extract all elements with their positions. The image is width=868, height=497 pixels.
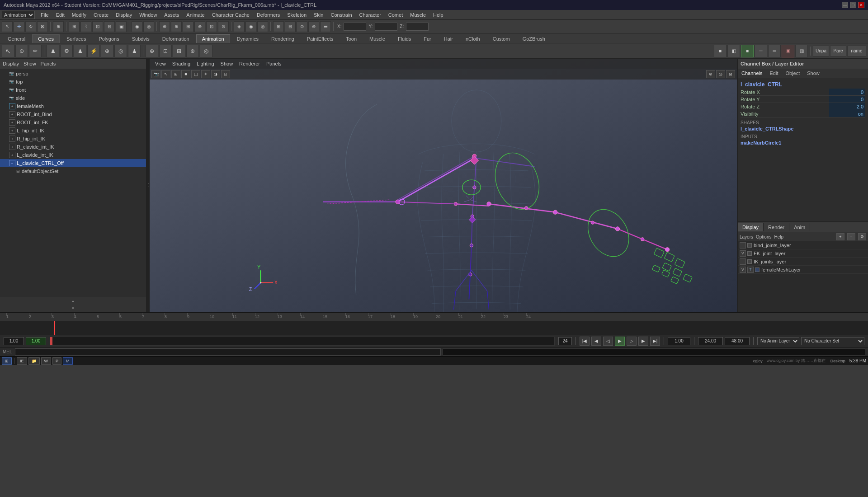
rotate-tool-btn[interactable]: ↻ [25,21,36,32]
tab-curves[interactable]: Curves [32,34,60,43]
menu-edit[interactable]: Edit [53,11,68,19]
layer-vis-btn-femalemesh[interactable]: V [740,267,746,273]
menu-deformers[interactable]: Deformers [254,11,283,19]
skel-btn5[interactable]: ⊕ [101,45,113,57]
outliner-item-front[interactable]: 📷 front [0,86,146,94]
tick-17[interactable]: 17 [368,314,391,319]
misc-btn5[interactable]: ☰ [320,21,331,32]
le-del-layer-btn[interactable]: − [847,233,855,240]
misc-btn3[interactable]: ⊙ [297,21,307,32]
character-set-select[interactable]: No Character Set [801,337,864,345]
tick-3[interactable]: 3 [52,314,74,319]
outliner-item-l-clavide-ik[interactable]: + L_clavide_int_IK [0,151,146,159]
snap-point-btn[interactable]: ⊡ [92,21,103,32]
z-input[interactable] [406,23,429,31]
tick-12[interactable]: 12 [255,314,278,319]
tick-5[interactable]: 5 [97,314,119,319]
menu-create[interactable]: Create [90,11,112,19]
tick-13[interactable]: 13 [278,314,300,319]
panel-scroll-down[interactable]: ▼ [0,305,146,312]
tab-subdvis[interactable]: Subdvis [126,34,156,43]
tab-surfaces[interactable]: Surfaces [61,34,92,43]
vp-tex-btn[interactable]: ◫ [191,70,200,78]
tab-dynamics[interactable]: Dynamics [231,34,264,43]
menu-help[interactable]: Help [430,11,447,19]
menu-character-cache[interactable]: Character Cache [209,11,253,19]
skel-btn7[interactable]: ♟ [128,45,141,57]
tick-2[interactable]: 2 [29,314,52,319]
le-subtab-layers[interactable]: Layers [740,234,753,239]
vp-menu-view[interactable]: View [152,60,169,67]
render-region-btn[interactable]: ◎ [143,21,154,32]
minimize-button[interactable]: — [842,2,848,8]
tick-21[interactable]: 21 [458,314,481,319]
le-subtab-options[interactable]: Options [756,234,771,239]
tick-6[interactable]: 6 [119,314,142,319]
le-new-layer-btn[interactable]: + [836,233,844,240]
cb-val-rotateZ[interactable]: 2.0 [829,103,865,110]
menu-animate[interactable]: Animate [183,11,208,19]
tab-painteffects[interactable]: PaintEffects [301,34,340,43]
panel-scroll-up[interactable]: ▲ [0,297,146,305]
taskbar-photoshop[interactable]: P [52,357,61,365]
snap-btn-r7[interactable]: ▥ [795,45,808,57]
tab-hair[interactable]: Hair [438,34,459,43]
skip-fwd-btn[interactable]: ▶| [650,337,660,346]
anim-paint-btn[interactable]: ✏ [29,45,42,57]
cb-val-rotateY[interactable]: 0 [829,96,865,103]
tool-btn-c[interactable]: ◎ [257,21,268,32]
vp-menu-shading[interactable]: Shading [170,60,193,67]
tick-23[interactable]: 23 [504,314,526,319]
menu-assets[interactable]: Assets [161,11,182,19]
outliner-item-root-fk[interactable]: + ROOT_int_FK [0,118,146,127]
tick-11[interactable]: 11 [232,314,255,319]
outliner-panels-menu[interactable]: Panels [41,61,56,66]
vp-solid-btn[interactable]: ■ [181,70,190,78]
mel-input[interactable] [15,348,441,356]
outliner-item-top[interactable]: 📷 top [0,78,146,86]
vp-xray-btn[interactable]: ⊡ [221,70,230,78]
vp-shadow-btn[interactable]: ◑ [211,70,220,78]
step-fwd-btn[interactable]: ▶ [638,337,648,346]
cb-val-rotateX[interactable]: 0 [829,89,865,95]
tool-btn-b[interactable]: ◉ [245,21,256,32]
cb-tab-channels[interactable]: Channels [740,70,764,77]
range-end-input[interactable] [558,337,572,345]
skip-back-btn[interactable]: |◀ [580,337,590,346]
current-time-input[interactable] [26,337,46,345]
rig-btn1[interactable]: ⊕ [159,21,170,32]
select-tool-btn[interactable]: ↖ [2,21,13,32]
misc-btn4[interactable]: ⊛ [308,21,319,32]
rig-btn3[interactable]: ⊞ [183,21,193,32]
menu-window[interactable]: Window [136,11,160,19]
timeline-area[interactable]: 1 2 3 4 5 6 7 8 9 10 11 12 13 14 15 16 1… [0,312,868,334]
snap-surface-btn[interactable]: ▣ [116,21,127,32]
cb-val-visibility[interactable]: on [829,110,865,117]
skel-btn3[interactable]: ♟ [74,45,86,57]
snap-btn-r2[interactable]: ◧ [727,45,740,57]
step-back-key-btn[interactable]: ◁ [603,337,613,346]
tab-animation[interactable]: Animation [196,34,230,43]
y-input[interactable] [375,23,397,31]
tab-gozbrush[interactable]: GoZBrush [517,34,551,43]
tick-20[interactable]: 20 [436,314,458,319]
layer-row-fk[interactable]: V FK_joint_layer [738,249,868,258]
tick-18[interactable]: 18 [391,314,413,319]
outliner-item-perso[interactable]: 📷 perso [0,70,146,78]
snap-btn-r6[interactable]: ▣ [782,45,794,57]
cb-tab-edit[interactable]: Edit [768,70,780,77]
outliner-show-menu[interactable]: Show [24,61,36,66]
start-btn[interactable]: ⊞ [2,357,12,365]
step-fwd-key-btn[interactable]: ▷ [627,337,637,346]
vp-menu-lighting[interactable]: Lighting [194,60,217,67]
cb-tab-object[interactable]: Object [783,70,802,77]
menu-comet[interactable]: Comet [385,11,406,19]
name-btn[interactable]: name [847,46,866,56]
tab-general[interactable]: General [2,34,31,43]
cb-inputs-name[interactable]: makeNurbCircle1 [741,140,865,145]
play-btn[interactable]: ▶ [615,337,625,346]
layer-vis-btn-ik[interactable] [740,258,746,265]
tab-ncloth[interactable]: nCloth [460,34,486,43]
playhead[interactable] [54,321,55,335]
unpa-btn[interactable]: Unpa [813,46,829,56]
